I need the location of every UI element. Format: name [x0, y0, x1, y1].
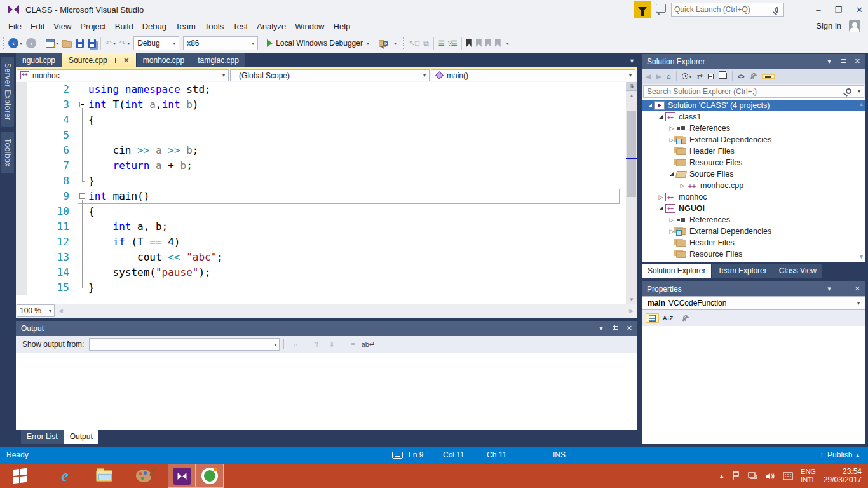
- dock-tab-toolbox[interactable]: Toolbox: [1, 132, 14, 173]
- word-wrap-icon[interactable]: ab↵: [362, 339, 374, 349]
- new-project-button[interactable]: ▾: [44, 36, 60, 51]
- menu-file[interactable]: File: [4, 20, 26, 33]
- next-bookmark-button[interactable]: [484, 36, 493, 51]
- breakpoint-margin[interactable]: [16, 158, 27, 173]
- code-line[interactable]: 2using namespace std;: [16, 82, 626, 97]
- close-icon[interactable]: ✕: [123, 56, 130, 65]
- tree-item[interactable]: Header Files: [642, 146, 865, 157]
- minimize-button[interactable]: –: [816, 5, 820, 15]
- solution-search-input[interactable]: [644, 87, 846, 96]
- panel-tab-output[interactable]: Output: [64, 430, 98, 444]
- next-message-icon[interactable]: ⇓: [326, 339, 337, 349]
- window-position-dropdown-icon[interactable]: ▾: [827, 285, 831, 293]
- undo-button[interactable]: ↶▾: [104, 36, 118, 51]
- volume-icon[interactable]: [766, 472, 775, 480]
- breakpoint-margin[interactable]: [16, 143, 27, 158]
- output-title-bar[interactable]: Output ▾ ✕: [16, 321, 637, 336]
- view-code-icon[interactable]: <>: [738, 73, 744, 80]
- close-icon[interactable]: ✕: [855, 285, 860, 293]
- find-in-files-button[interactable]: [377, 36, 390, 51]
- scrollbar-thumb[interactable]: [627, 111, 636, 197]
- pin-icon[interactable]: [112, 57, 119, 64]
- explorer-tab-class-view[interactable]: Class View: [773, 264, 822, 278]
- alphabetical-sort-button[interactable]: A↓Z: [663, 315, 673, 322]
- toolbar-drag-handle[interactable]: [2, 37, 4, 50]
- tree-item[interactable]: Solution 'CLASS' (4 projects): [642, 100, 865, 111]
- back-icon[interactable]: ◀: [646, 72, 651, 81]
- fold-collapse-icon[interactable]: [79, 102, 85, 107]
- scroll-down-arrow[interactable]: ▼: [626, 295, 637, 304]
- taskbar-paint[interactable]: [130, 464, 158, 488]
- scroll-right-arrow[interactable]: ▶: [629, 308, 634, 314]
- taskbar-internet-explorer[interactable]: e: [51, 464, 79, 488]
- navigate-forward-button[interactable]: ›: [24, 36, 38, 51]
- refresh-icon[interactable]: ⇄: [697, 72, 703, 81]
- code-line[interactable]: 9int main(): [16, 189, 626, 204]
- menu-analyze[interactable]: Analyze: [252, 20, 290, 33]
- send-feedback-icon[interactable]: [656, 4, 666, 13]
- expand-arrow-icon[interactable]: ▷: [656, 194, 665, 200]
- property-pages-wrench-icon[interactable]: [681, 315, 689, 322]
- save-all-button[interactable]: [86, 36, 98, 51]
- breakpoint-margin[interactable]: [16, 189, 27, 204]
- network-icon[interactable]: [748, 472, 758, 480]
- editor-horizontal-scrollbar[interactable]: 100 %▾ ◀ ▶: [16, 304, 637, 318]
- user-avatar-icon[interactable]: [849, 20, 860, 32]
- tree-item[interactable]: ▷External Dependencies: [642, 226, 865, 237]
- close-icon[interactable]: ✕: [855, 57, 860, 65]
- menu-window[interactable]: Window: [290, 20, 329, 33]
- expand-arrow-icon[interactable]: [667, 171, 676, 177]
- menu-build[interactable]: Build: [111, 20, 138, 33]
- member-dropdown[interactable]: main()▾: [431, 69, 635, 81]
- code-line[interactable]: 15}: [16, 280, 626, 295]
- tree-item[interactable]: ▷External Dependencies: [642, 134, 865, 146]
- expand-arrow-icon[interactable]: ▷: [667, 125, 676, 132]
- code-line[interactable]: 3int T(int a,int b): [16, 97, 626, 112]
- breakpoint-margin[interactable]: [16, 112, 27, 128]
- expand-arrow-icon[interactable]: ▷: [667, 137, 676, 143]
- code-line[interactable]: 13 cout << "abc";: [16, 250, 626, 265]
- tree-item[interactable]: Resource Files: [642, 248, 865, 260]
- show-output-from-dropdown[interactable]: ▾: [89, 338, 280, 351]
- publish-button[interactable]: ↑ Publish ▴: [820, 451, 859, 459]
- redo-button[interactable]: ↷▾: [118, 36, 132, 51]
- menu-project[interactable]: Project: [76, 20, 110, 33]
- document-list-dropdown-icon[interactable]: ▼: [629, 58, 635, 64]
- expand-arrow-icon[interactable]: [656, 205, 665, 212]
- code-line[interactable]: 14 system("pause");: [16, 265, 626, 280]
- collapse-all-icon[interactable]: [708, 74, 714, 79]
- sign-in-link[interactable]: Sign in: [816, 21, 841, 30]
- tree-item[interactable]: class1: [642, 111, 865, 123]
- explorer-tab-solution-explorer[interactable]: Solution Explorer: [642, 264, 711, 278]
- tree-item[interactable]: ▷References: [642, 123, 865, 134]
- menu-team[interactable]: Team: [171, 20, 200, 33]
- expand-arrow-icon[interactable]: ▷: [667, 228, 676, 234]
- properties-object-dropdown[interactable]: main VCCodeFunction ▾: [642, 296, 865, 310]
- menu-view[interactable]: View: [49, 20, 76, 33]
- solution-search-box[interactable]: ▾: [643, 85, 864, 98]
- pin-icon[interactable]: [840, 285, 846, 292]
- editor-tab-monhoc.cpp[interactable]: monhoc.cpp: [137, 53, 191, 67]
- tree-scroll-up-arrow[interactable]: ▲: [858, 101, 864, 107]
- tree-item[interactable]: NGUOI: [642, 203, 865, 214]
- window-position-dropdown-icon[interactable]: ▾: [827, 57, 831, 65]
- start-debug-button[interactable]: Local Windows Debugger▾: [260, 36, 371, 51]
- expand-arrow-icon[interactable]: [646, 102, 654, 109]
- language-indicator[interactable]: ENGINTL: [801, 468, 816, 484]
- quick-launch-input[interactable]: [672, 5, 775, 14]
- menu-edit[interactable]: Edit: [26, 20, 49, 33]
- breakpoint-margin[interactable]: [16, 204, 27, 219]
- code-line[interactable]: 11 int a, b;: [16, 219, 626, 234]
- feedback-filter-button[interactable]: [634, 1, 651, 18]
- taskbar-coccoc[interactable]: [196, 464, 224, 488]
- increase-indent-button[interactable]: ?☰: [446, 36, 459, 51]
- taskbar-visual-studio[interactable]: [168, 464, 196, 488]
- code-line[interactable]: 12 if (T == 4): [16, 234, 626, 250]
- breakpoint-margin[interactable]: [16, 265, 27, 280]
- properties-title-bar[interactable]: Properties ▾ ✕: [642, 281, 865, 296]
- code-line[interactable]: 7 return a + b;: [16, 158, 626, 173]
- clock[interactable]: 23:5429/03/2017: [824, 468, 862, 484]
- tree-item[interactable]: Resource Files: [642, 157, 865, 168]
- breakpoint-margin[interactable]: [16, 234, 27, 250]
- scroll-left-arrow[interactable]: ◀: [58, 308, 63, 314]
